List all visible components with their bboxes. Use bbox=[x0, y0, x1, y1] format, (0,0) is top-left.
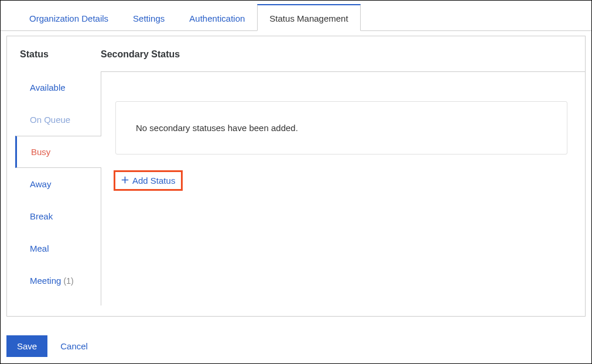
status-item-meeting-label: Meeting bbox=[30, 276, 61, 286]
status-item-meeting-count: (1) bbox=[64, 276, 74, 286]
status-item-busy[interactable]: Busy bbox=[15, 136, 101, 168]
cancel-button[interactable]: Cancel bbox=[57, 335, 91, 357]
empty-state-message: No secondary statuses have been added. bbox=[115, 101, 567, 154]
status-sidebar: Available On Queue Busy Away Break Meal … bbox=[15, 71, 101, 305]
tab-organization-details[interactable]: Organization Details bbox=[17, 5, 121, 30]
scroll-area[interactable]: Status Secondary Status Available On Que… bbox=[6, 36, 586, 317]
tab-status-management[interactable]: Status Management bbox=[257, 4, 360, 31]
status-item-break[interactable]: Break bbox=[15, 200, 101, 232]
secondary-status-panel: No secondary statuses have been added. A… bbox=[101, 71, 585, 305]
status-item-away[interactable]: Away bbox=[15, 168, 101, 200]
body-row: Available On Queue Busy Away Break Meal … bbox=[7, 71, 585, 305]
status-item-on-queue[interactable]: On Queue bbox=[15, 104, 101, 136]
add-status-button[interactable]: Add Status bbox=[115, 172, 181, 189]
column-headers: Status Secondary Status bbox=[7, 36, 585, 71]
header-secondary-status: Secondary Status bbox=[101, 49, 180, 59]
content-container: Status Secondary Status Available On Que… bbox=[1, 31, 591, 328]
add-status-label: Add Status bbox=[132, 176, 175, 186]
header-status: Status bbox=[20, 49, 49, 59]
footer-actions: Save Cancel bbox=[1, 328, 591, 363]
save-button[interactable]: Save bbox=[6, 335, 47, 357]
status-item-available[interactable]: Available bbox=[15, 71, 101, 104]
tab-authentication[interactable]: Authentication bbox=[177, 5, 257, 30]
tab-settings[interactable]: Settings bbox=[121, 5, 177, 30]
plus-icon bbox=[121, 176, 129, 186]
tab-bar: Organization Details Settings Authentica… bbox=[1, 1, 591, 31]
status-item-meal[interactable]: Meal bbox=[15, 232, 101, 265]
status-item-meeting[interactable]: Meeting (1) bbox=[15, 265, 101, 297]
